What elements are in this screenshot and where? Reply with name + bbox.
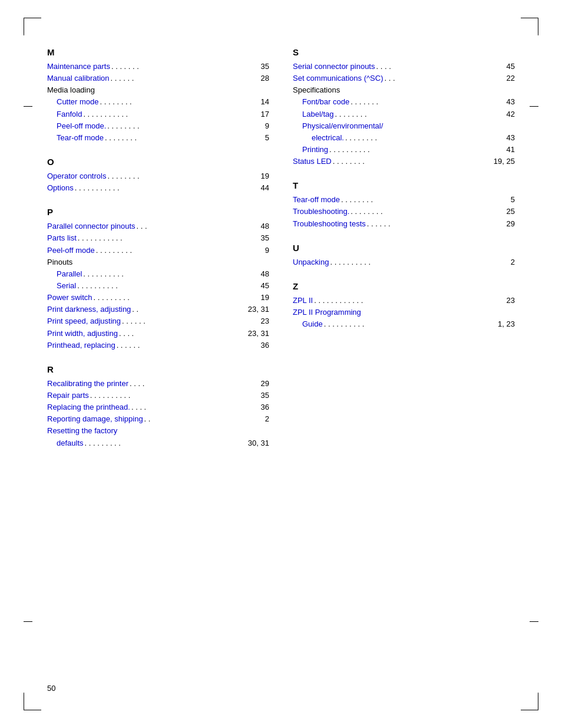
entry-dots: . . . . . . . .	[99, 96, 260, 108]
entry-dots: . . . . . . . .	[106, 170, 259, 182]
entry-dots: . . . . . . . .	[344, 132, 505, 144]
list-item: ZPL II . . . . . . . . . . . . 23	[293, 295, 515, 307]
corner-mark-tl	[24, 18, 41, 35]
entry-label: Tear-off mode	[47, 132, 104, 144]
list-item: Repair parts . . . . . . . . . . 35	[47, 390, 269, 401]
list-item: Tear-off mode . . . . . . . . 5	[47, 132, 269, 144]
entry-label: Peel-off mode.	[47, 120, 106, 132]
entry-dots: . . . . . .	[121, 315, 260, 327]
left-column: MMaintenance parts . . . . . . . 35Manua…	[47, 47, 269, 462]
entry-label: Power switch	[47, 292, 92, 304]
entry-label: ZPL II Programming	[293, 307, 361, 318]
entry-dots: . . . . . . . . . . .	[74, 182, 260, 194]
list-item: Printing . . . . . . . . . . 41	[293, 144, 515, 156]
entry-dots: . . . . . . . .	[349, 206, 505, 218]
list-item: Physical/environmental/	[293, 120, 515, 132]
entry-dots: . . . . . . . . . . .	[82, 108, 259, 120]
list-item: Specifications	[293, 84, 515, 96]
list-item: Cutter mode . . . . . . . . 14	[47, 96, 269, 108]
corner-mark-tr	[521, 18, 538, 35]
entry-dots: . . . . . . .	[110, 61, 260, 73]
entry-label: Unpacking	[293, 256, 329, 268]
section-letter-o: O	[47, 157, 269, 167]
entry-page: 9	[265, 245, 269, 256]
list-item: Reporting damage, shipping . . 2	[47, 413, 269, 425]
entry-page: 5	[265, 132, 269, 144]
right-column: SSerial connector pinouts . . . . 45Set …	[293, 47, 515, 462]
entry-label: Status LED	[293, 156, 332, 167]
index-section-p: PParallel connector pinouts . . . 48Part…	[47, 207, 269, 351]
entry-page: 45	[507, 61, 515, 73]
entry-page: 36	[261, 401, 269, 413]
entry-page: 23, 31	[248, 304, 269, 315]
list-item: Replacing the printhead. . . . . 36	[47, 401, 269, 413]
list-item: Fanfold . . . . . . . . . . . 17	[47, 108, 269, 120]
list-item: Printhead, replacing . . . . . . 36	[47, 340, 269, 351]
entry-label: Troubleshooting tests	[293, 218, 366, 230]
index-section-t: TTear-off mode . . . . . . . . 5Troubles…	[293, 180, 515, 229]
index-section-s: SSerial connector pinouts . . . . 45Set …	[293, 47, 515, 167]
entry-dots: . . . . . . . . .	[92, 292, 260, 304]
entry-page: 22	[507, 73, 515, 84]
entry-label: Resetting the factory	[47, 425, 117, 437]
list-item: Print speed, adjusting . . . . . . 23	[47, 315, 269, 327]
entry-label: Recalibrating the printer	[47, 378, 128, 390]
entry-dots: . . . . . .	[115, 340, 260, 351]
entry-page: 5	[511, 194, 515, 206]
entry-dots: . . . . . . . . .	[84, 437, 247, 449]
entry-label: Printhead, replacing	[47, 340, 115, 351]
entry-dots: . . . . . . . .	[340, 194, 510, 206]
index-section-o: OOperator controls . . . . . . . . 19Opt…	[47, 157, 269, 194]
list-item: Set communications (^SC) . . . 22	[293, 73, 515, 84]
entry-label: Parallel	[47, 268, 82, 280]
entry-label: Reporting damage, shipping	[47, 413, 143, 425]
index-section-m: MMaintenance parts . . . . . . . 35Manua…	[47, 47, 269, 144]
entry-page: 48	[261, 220, 269, 232]
entry-dots: . . . . . . . .	[334, 108, 505, 120]
entry-label: Troubleshooting.	[293, 206, 349, 218]
entry-label: ZPL II	[293, 295, 313, 307]
entry-dots: . . . . . . . . . .	[76, 280, 259, 292]
entry-dots: . . . . . . . . . .	[323, 318, 497, 330]
list-item: Parts list . . . . . . . . . . . 35	[47, 232, 269, 244]
entry-label: Maintenance parts	[47, 61, 110, 73]
entry-dots: . . . . . . . . . .	[89, 390, 260, 401]
entry-page: 2	[265, 413, 269, 425]
entry-dots: . . . . . . . . . .	[328, 144, 505, 156]
entry-label: Guide	[293, 318, 323, 330]
entry-page: 42	[507, 108, 515, 120]
entry-dots: . .	[143, 413, 264, 425]
entry-page: 9	[265, 120, 269, 132]
entry-dots: . . . . . . . . .	[95, 245, 264, 256]
list-item: Pinouts	[47, 256, 269, 268]
entry-label: defaults	[47, 437, 84, 449]
entry-page: 29	[507, 218, 515, 230]
entry-label: Physical/environmental/	[293, 120, 383, 132]
entry-dots: . . . . . . . . . .	[82, 268, 259, 280]
entry-page: 23	[261, 315, 269, 327]
list-item: Troubleshooting tests . . . . . . 29	[293, 218, 515, 230]
corner-mark-br	[521, 693, 538, 710]
entry-dots: . . . .	[375, 61, 505, 73]
entry-page: 43	[507, 132, 515, 144]
entry-dots: . . . . . . . .	[332, 156, 492, 167]
entry-label: Tear-off mode	[293, 194, 340, 206]
list-item: Unpacking . . . . . . . . . . 2	[293, 256, 515, 268]
entry-dots: . . . . . .	[110, 73, 260, 84]
entry-dots: . . . . . . . .	[104, 132, 264, 144]
entry-page: 19	[261, 292, 269, 304]
section-letter-s: S	[293, 47, 515, 57]
entry-page: 29	[261, 378, 269, 390]
list-item: defaults . . . . . . . . . 30, 31	[47, 437, 269, 449]
list-item: Serial . . . . . . . . . . 45	[47, 280, 269, 292]
entry-label: Parts list	[47, 232, 77, 244]
side-mark-left-top	[24, 106, 32, 107]
entry-dots: . . .	[383, 73, 505, 84]
entry-label: Media loading	[47, 84, 95, 96]
list-item: Label/tag . . . . . . . . 42	[293, 108, 515, 120]
list-item: Print darkness, adjusting . . 23, 31	[47, 304, 269, 315]
entry-dots: . . . . . . . .	[106, 120, 263, 132]
entry-page: 44	[261, 182, 269, 194]
entry-page: 36	[261, 340, 269, 351]
list-item: Serial connector pinouts . . . . 45	[293, 61, 515, 73]
